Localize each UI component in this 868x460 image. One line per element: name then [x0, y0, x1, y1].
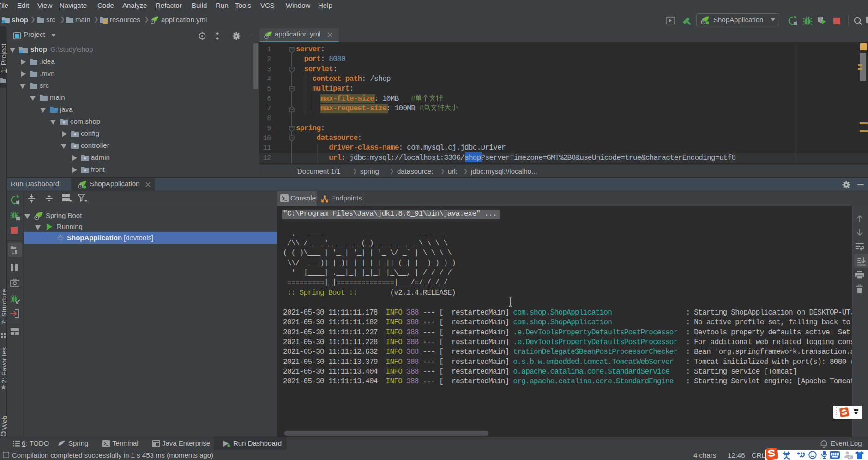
svg-text:10: 10	[849, 456, 852, 459]
